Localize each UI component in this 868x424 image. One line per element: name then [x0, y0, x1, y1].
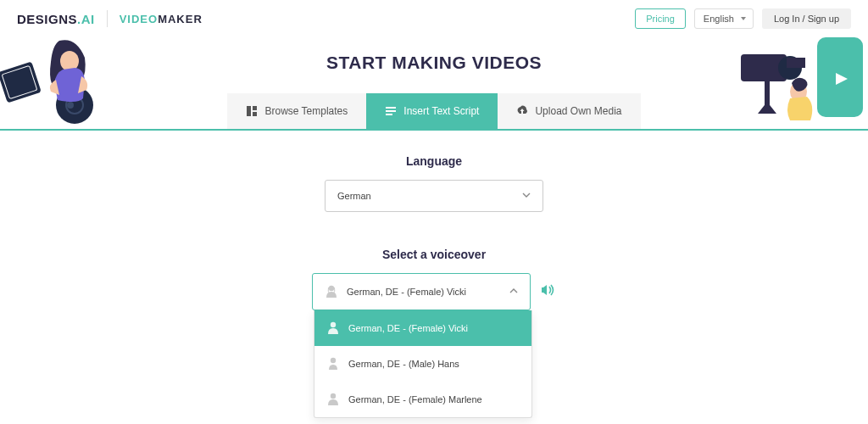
svg-point-3 [66, 97, 83, 114]
logo-text-designs: DESIGNS [17, 12, 77, 26]
voiceover-option-label: German, DE - (Male) Hans [348, 359, 459, 369]
logo-text-maker: MAKER [158, 13, 203, 25]
page-title: START MAKING VIDEOS [0, 53, 868, 73]
svg-rect-13 [247, 106, 251, 116]
svg-point-2 [56, 86, 93, 124]
voiceover-dropdown-panel: German, DE - (Female) Vicki German, DE -… [314, 310, 532, 418]
avatar-male-icon [326, 356, 340, 371]
voiceover-option-label: German, DE - (Female) Vicki [348, 323, 468, 333]
tab-label: Browse Templates [264, 105, 348, 117]
svg-point-12 [790, 81, 807, 102]
hero-illustration-left [0, 32, 136, 126]
login-signup-button[interactable]: Log In / Sign up [762, 8, 851, 29]
voiceover-block: Select a voiceover German, DE - (Female)… [0, 248, 868, 310]
chevron-down-icon [522, 191, 531, 201]
svg-marker-23 [543, 285, 547, 295]
voiceover-label: Select a voiceover [0, 248, 868, 261]
ui-language-value: English [704, 14, 734, 24]
voiceover-selected-value: German, DE - (Female) Vicki [347, 287, 466, 297]
voiceover-row: German, DE - (Female) Vicki German, DE -… [0, 273, 868, 310]
svg-point-25 [331, 358, 336, 363]
voiceover-option-label: German, DE - (Female) Marlene [348, 394, 482, 404]
script-icon [385, 105, 397, 117]
logo-text-video: VIDEO [120, 13, 158, 25]
voiceover-option[interactable]: German, DE - (Male) Hans [314, 346, 531, 382]
language-label: Language [0, 154, 868, 168]
play-preview-button[interactable] [541, 283, 556, 300]
voiceover-option[interactable]: German, DE - (Female) Vicki [314, 310, 531, 346]
pricing-button[interactable]: Pricing [635, 8, 686, 29]
logo-group: DESIGNS.AI VIDEOMAKER [17, 10, 203, 27]
avatar-female-icon [325, 284, 338, 299]
logo-divider [107, 10, 108, 27]
chevron-up-icon [509, 287, 518, 297]
language-selected-value: German [337, 191, 371, 201]
tab-label: Upload Own Media [535, 105, 621, 117]
form-area: Language German Select a voiceover Germa… [0, 131, 868, 310]
voiceover-dropdown[interactable]: German, DE - (Female) Vicki [312, 273, 531, 310]
topbar: DESIGNS.AI VIDEOMAKER Pricing English Lo… [0, 0, 868, 37]
logo-designs-ai: DESIGNS.AI [17, 12, 95, 26]
logo-videomaker: VIDEOMAKER [120, 13, 203, 25]
hero: START MAKING VIDEOS Browse Templates Ins… [0, 37, 868, 131]
tab-upload-own-media[interactable]: Upload Own Media [498, 93, 640, 129]
avatar-female-icon [326, 321, 340, 336]
voiceover-option[interactable]: German, DE - (Female) Marlene [314, 382, 531, 417]
svg-point-26 [331, 393, 336, 399]
svg-point-24 [331, 322, 336, 327]
svg-marker-7 [836, 73, 848, 85]
language-dropdown[interactable]: German [325, 180, 543, 212]
svg-rect-14 [253, 106, 257, 110]
tabs: Browse Templates Insert Text Script Uplo… [227, 93, 640, 129]
ui-language-select[interactable]: English [694, 8, 754, 29]
svg-rect-15 [253, 112, 257, 116]
svg-rect-11 [765, 80, 770, 114]
templates-icon [246, 105, 258, 117]
logo-text-ai: AI [81, 12, 95, 26]
svg-point-4 [67, 102, 74, 109]
tab-browse-templates[interactable]: Browse Templates [227, 93, 366, 129]
hero-illustration-right [724, 32, 868, 126]
svg-rect-22 [542, 287, 543, 293]
svg-rect-6 [817, 37, 863, 117]
top-actions: Pricing English Log In / Sign up [635, 8, 851, 29]
svg-point-21 [329, 286, 334, 291]
avatar-female-icon [326, 392, 340, 407]
tab-label: Insert Text Script [403, 105, 479, 117]
upload-icon [516, 105, 528, 117]
tab-insert-text-script[interactable]: Insert Text Script [366, 93, 498, 129]
